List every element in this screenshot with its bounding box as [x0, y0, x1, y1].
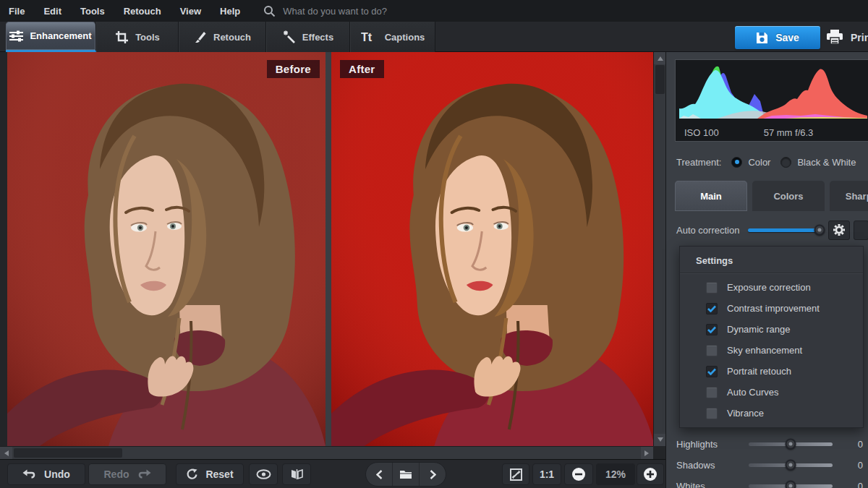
- compare-pages-icon: [290, 468, 304, 480]
- menu-tools[interactable]: Tools: [80, 6, 105, 17]
- menu-file[interactable]: File: [9, 6, 25, 17]
- reset-button[interactable]: Reset: [176, 463, 244, 485]
- before-after-view-button[interactable]: [282, 463, 311, 485]
- tab-retouch[interactable]: Retouch: [179, 22, 266, 52]
- save-button[interactable]: Save: [735, 26, 820, 49]
- checkbox[interactable]: [706, 345, 718, 356]
- undo-button[interactable]: Undo: [7, 463, 85, 485]
- auto-correction-label: Auto correction: [676, 225, 748, 236]
- lens-info: 57 mm f/6.3: [764, 127, 814, 138]
- checkbox[interactable]: [706, 387, 718, 398]
- vertical-scroll-thumb[interactable]: [655, 65, 665, 94]
- tab-colors[interactable]: Colors: [752, 181, 825, 211]
- option-vibrance[interactable]: Vibrance: [680, 403, 863, 424]
- tab-main[interactable]: Main: [675, 181, 747, 211]
- option-exposure-correction[interactable]: Exposure correction: [680, 277, 863, 298]
- scroll-down-icon[interactable]: [654, 434, 666, 446]
- treatment-bw-label[interactable]: Black & White: [797, 157, 856, 168]
- checkbox[interactable]: [706, 324, 718, 335]
- sliders-icon: [9, 30, 23, 43]
- search-placeholder: What do you want to do?: [283, 6, 387, 17]
- option-dynamic-range[interactable]: Dynamic range: [680, 319, 863, 340]
- treatment-color-radio[interactable]: [731, 157, 742, 168]
- open-folder-button[interactable]: [392, 463, 419, 486]
- horizontal-scroll-thumb[interactable]: [14, 448, 122, 458]
- portrait-before: [7, 52, 326, 446]
- next-photo-button[interactable]: [419, 463, 446, 486]
- shadows-label: Shadows: [676, 460, 749, 471]
- bottom-toolbar: Undo Redo Reset: [0, 459, 665, 488]
- search-field[interactable]: What do you want to do?: [263, 5, 387, 17]
- auto-correction-slider[interactable]: [748, 228, 820, 232]
- whites-label: Whites: [676, 481, 749, 488]
- photo-navigator: [365, 462, 446, 487]
- tab-captions[interactable]: Tt Captions: [350, 22, 435, 52]
- fit-to-screen-button[interactable]: [502, 463, 529, 485]
- option-sky-enhancement[interactable]: Sky enhancement: [680, 340, 863, 361]
- auto-correction-settings-button[interactable]: [828, 221, 850, 240]
- highlights-slider[interactable]: [749, 442, 833, 446]
- canvas-horizontal-scrollbar[interactable]: [0, 446, 653, 459]
- option-auto-curves[interactable]: Auto Curves: [680, 382, 863, 403]
- printer-icon: [826, 30, 843, 46]
- whites-slider[interactable]: [749, 484, 833, 488]
- search-icon: [263, 5, 276, 17]
- preview-original-button[interactable]: [249, 463, 278, 485]
- checkbox[interactable]: [706, 303, 718, 314]
- eye-icon: [256, 469, 271, 479]
- shadows-value: 0: [858, 460, 863, 471]
- shadows-knob[interactable]: [786, 460, 796, 471]
- tab-effects[interactable]: Effects: [266, 22, 350, 52]
- canvas-vertical-scrollbar[interactable]: [653, 52, 665, 446]
- iso-value: ISO 100: [684, 127, 719, 138]
- tab-sharpness[interactable]: Sharpness: [830, 181, 868, 211]
- more-button[interactable]: [854, 221, 868, 240]
- previous-photo-button[interactable]: [366, 463, 392, 486]
- check-icon: [707, 326, 716, 333]
- redo-icon: [137, 469, 151, 479]
- reset-icon: [186, 468, 198, 481]
- minus-circle-icon: [571, 467, 586, 481]
- menu-retouch[interactable]: Retouch: [124, 6, 161, 17]
- treatment-color-label[interactable]: Color: [748, 157, 770, 168]
- zoom-in-button[interactable]: [637, 463, 664, 485]
- treatment-bw-radio[interactable]: [780, 157, 791, 168]
- scroll-up-icon[interactable]: [654, 52, 666, 64]
- menu-view[interactable]: View: [180, 6, 201, 17]
- option-portrait-retouch[interactable]: Portrait retouch: [680, 361, 863, 382]
- settings-title: Settings: [696, 255, 863, 266]
- tab-tools[interactable]: Tools: [96, 22, 179, 52]
- highlights-knob[interactable]: [786, 439, 796, 450]
- after-image: After: [331, 52, 655, 446]
- whites-knob[interactable]: [786, 481, 796, 488]
- print-button[interactable]: Print: [826, 26, 868, 49]
- checkbox[interactable]: [706, 408, 718, 419]
- histogram-plot: [679, 64, 867, 119]
- shadows-slider[interactable]: [749, 463, 833, 467]
- panel-tabs: Main Colors Sharpness: [675, 181, 868, 211]
- scroll-left-icon[interactable]: [0, 447, 12, 459]
- treatment-label: Treatment:: [676, 157, 721, 168]
- checkbox[interactable]: [706, 366, 718, 377]
- auto-correction-knob[interactable]: [814, 225, 825, 236]
- redo-button[interactable]: Redo: [88, 463, 166, 485]
- menubar: File Edit Tools Retouch View Help What d…: [0, 0, 868, 22]
- menu-help[interactable]: Help: [220, 6, 240, 17]
- settings-dropdown: Settings Exposure correction Contrast im…: [679, 246, 864, 428]
- zoom-out-button[interactable]: [564, 463, 593, 485]
- menu-edit[interactable]: Edit: [43, 6, 61, 17]
- save-icon: [756, 32, 768, 44]
- scroll-right-icon[interactable]: [641, 447, 653, 459]
- checkbox[interactable]: [706, 282, 718, 294]
- histogram-card: ISO 100 57 mm f/6.3: [675, 59, 868, 142]
- undo-icon: [22, 469, 37, 479]
- check-icon: [707, 368, 716, 375]
- tab-enhancement[interactable]: Enhancement: [6, 22, 96, 52]
- option-contrast-improvement[interactable]: Contrast improvement: [680, 298, 863, 319]
- wand-icon: [283, 30, 296, 43]
- check-icon: [707, 305, 716, 312]
- plus-circle-icon: [643, 467, 658, 481]
- before-image: Before: [7, 52, 326, 446]
- treatment-row: Treatment: Color Black & White: [676, 153, 864, 171]
- actual-size-button[interactable]: 1:1: [532, 463, 561, 485]
